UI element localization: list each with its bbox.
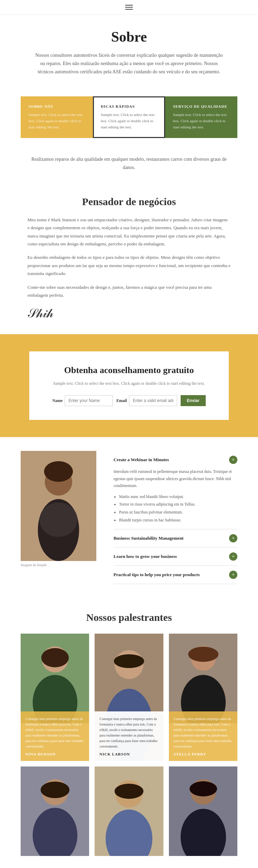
email-input[interactable]: [129, 395, 177, 406]
speaker-card-4: [21, 766, 89, 856]
svg-point-15: [188, 647, 218, 662]
webinar-item-4: Practical tips to help you price your pr…: [114, 566, 237, 584]
bullet-1-2: Tortor in risus viverra adipiscing em in…: [119, 500, 237, 508]
card-dicas[interactable]: DICAS RÁPIDAS Sample text. Click to sele…: [93, 96, 165, 138]
webinar-image-container: Imagem de freepik: [21, 451, 103, 584]
business-para3: Conte-me sobre suas necessidades de desi…: [28, 283, 230, 299]
speaker-card-5: [95, 766, 163, 856]
repair-section: Realizamos reparos de alta qualidade em …: [0, 148, 258, 182]
email-label: Email: [116, 398, 127, 403]
webinar-expand-btn-4[interactable]: +: [229, 571, 237, 579]
card-title-3: SERVIÇO DE QUALIDADE: [173, 104, 229, 108]
cards-section: SOBRE NÓS Sample text. Click to select t…: [0, 96, 258, 138]
webinar-item-title-3: Learn how to grow your business: [114, 554, 177, 559]
navigation: [0, 0, 258, 15]
bullet-1-4: Blandit turpis cursus in hac habitasse.: [119, 516, 237, 524]
speakers-title: Nossos palestrantes: [21, 612, 237, 623]
speaker-quote-nick: Consegui meu primeiro emprego antes da f…: [99, 716, 158, 749]
webinar-content: Create a Webinar in Minutes + Interdum v…: [114, 451, 237, 584]
webinar-expand-btn-1[interactable]: +: [229, 456, 237, 464]
speaker-quote-stella: Consegui meu primeiro emprego antes da f…: [174, 716, 233, 749]
speaker-name-nick: NICK LARSON: [99, 752, 158, 756]
consult-form: Name Email Enviar: [46, 395, 212, 406]
card-servico[interactable]: SERVIÇO DE QUALIDADE Sample text. Click …: [165, 96, 237, 138]
svg-point-4: [40, 502, 77, 537]
speaker-card-nina: Consegui meu primeiro emprego antes da f…: [21, 634, 89, 761]
repair-text: Realizamos reparos de alta qualidade em …: [28, 155, 230, 172]
business-section: Pensador de negócios Meu nome é Mark Sta…: [0, 182, 258, 335]
webinar-expand-btn-2[interactable]: +: [229, 534, 237, 542]
card-sobre-nos[interactable]: SOBRE NÓS Sample text. Click to select t…: [21, 96, 93, 138]
speaker-name-nina: NINA HUDSON: [25, 752, 84, 756]
webinar-item-title-2: Business Sustainability Management: [114, 536, 184, 541]
webinar-item-title-4: Practical tips to help you price your pr…: [114, 572, 200, 578]
svg-point-7: [41, 648, 69, 667]
consult-description: Sample text. Click to select the text bo…: [46, 380, 212, 387]
card-title-1: SOBRE NÓS: [29, 104, 85, 108]
speaker-name-stella: STELLA PERRY: [174, 752, 233, 756]
card-title-2: DICAS RÁPIDAS: [101, 104, 157, 108]
card-text-1: Sample text. Click to select the text bo…: [29, 112, 85, 130]
consult-title: Obtenha aconselhamento gratuito: [46, 365, 212, 375]
business-para2: Eu desenho embalagens de todos os tipos …: [28, 253, 230, 277]
image-caption: Imagem de freepik: [21, 563, 103, 567]
webinar-item-body-1: Interdum velit euismod in pellentesque m…: [114, 468, 237, 524]
hero-section: Sobre Nossos consultores automotivos fác…: [0, 15, 258, 86]
bullet-1-3: Purus ut faucibus pulvinar elementum.: [119, 508, 237, 516]
signature: 𝒮𝒽𝒾𝒽: [28, 306, 230, 320]
speaker-card-stella: Consegui meu primeiro emprego antes da f…: [169, 634, 237, 761]
speakers-section: Nossos palestrantes Consegui meu primeir…: [0, 598, 258, 868]
webinar-item-title-1: Create a Webinar in Minutes: [114, 457, 169, 463]
svg-point-27: [190, 781, 217, 796]
business-title: Pensador de negócios: [28, 196, 230, 208]
webinar-item-1: Create a Webinar in Minutes + Interdum v…: [114, 451, 237, 529]
webinar-bullets-1: Mattis nunc sed blandit libero volutpat.…: [114, 493, 237, 524]
webinar-item-2: Business Sustainability Management +: [114, 529, 237, 548]
hamburger-menu[interactable]: [125, 5, 133, 10]
speaker-card-6: [169, 766, 237, 856]
hero-description: Nossos consultores automotivos fáceis de…: [33, 51, 225, 76]
speaker-quote-nina: Consegui meu primeiro emprego antes da f…: [25, 716, 84, 749]
speaker-image: [21, 451, 96, 561]
svg-point-23: [115, 784, 143, 799]
bullet-1-1: Mattis nunc sed blandit libero volutpat.: [119, 493, 237, 501]
webinar-item-3: Learn how to grow your business +: [114, 548, 237, 566]
page-title: Sobre: [28, 29, 230, 45]
svg-point-11: [114, 654, 144, 668]
speaker-card-nick: Consegui meu primeiro emprego antes da f…: [95, 634, 163, 761]
name-input[interactable]: [65, 395, 113, 406]
consult-section: Obtenha aconselhamento gratuito Sample t…: [0, 334, 258, 437]
speaker-overlay-nina: Consegui meu primeiro emprego antes da f…: [21, 711, 89, 761]
speakers-grid: Consegui meu primeiro emprego antes da f…: [21, 634, 237, 856]
business-para1: Meu nome é Mark Stanson e sou um empacot…: [28, 216, 230, 248]
svg-point-19: [41, 782, 69, 798]
card-text-3: Sample text. Click to select the text bo…: [173, 112, 229, 130]
card-text-2: Sample text. Click to select the text bo…: [101, 112, 157, 130]
webinar-section: Imagem de freepik Create a Webinar in Mi…: [0, 437, 258, 597]
name-label: Name: [52, 398, 63, 403]
speaker-overlay-stella: Consegui meu primeiro emprego antes da f…: [169, 711, 237, 761]
consult-send-button[interactable]: Enviar: [181, 395, 206, 406]
webinar-expand-btn-3[interactable]: +: [229, 552, 237, 561]
webinar-body-text-1: Interdum velit euismod in pellentesque m…: [114, 468, 237, 489]
speaker-overlay-nick: Consegui meu primeiro emprego antes da f…: [95, 711, 163, 761]
svg-point-2: [44, 461, 73, 482]
